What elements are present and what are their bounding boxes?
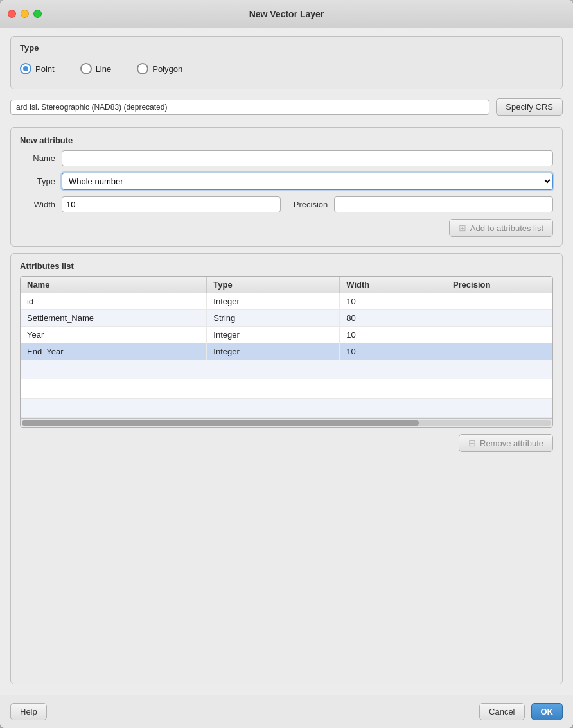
- cell-precision-1: [446, 310, 552, 327]
- table-row[interactable]: id Integer 10: [21, 293, 552, 310]
- new-attribute-section: New attribute Name Type Text data Whole …: [10, 127, 563, 247]
- cell-name-1: Settlement_Name: [21, 310, 207, 327]
- crs-text: ard Isl. Stereographic (NAD83) (deprecat…: [10, 100, 489, 115]
- col-header-type: Type: [207, 277, 340, 293]
- radio-point[interactable]: Point: [20, 63, 55, 74]
- remove-icon: ⊟: [468, 438, 476, 448]
- footer-right-buttons: Cancel OK: [479, 703, 563, 720]
- ok-button[interactable]: OK: [531, 703, 563, 720]
- cell-type-2: Integer: [207, 327, 340, 343]
- attributes-list-section: Attributes list Name Type Width Precisio…: [10, 253, 563, 684]
- radio-label-polygon: Polygon: [152, 64, 182, 74]
- col-header-precision: Precision: [446, 277, 552, 293]
- attributes-list-label: Attributes list: [20, 261, 553, 271]
- help-button[interactable]: Help: [10, 703, 47, 720]
- content-area: Type Point Line Polygon ard Isl. Ste: [0, 28, 573, 695]
- scrollbar[interactable]: [21, 418, 552, 427]
- name-row: Name: [20, 150, 553, 166]
- radio-label-point: Point: [35, 64, 55, 74]
- width-precision-row: Width Precision: [20, 196, 553, 212]
- cell-name-2: Year: [21, 327, 207, 343]
- add-to-list-button[interactable]: ⊞ Add to attributes list: [449, 219, 553, 237]
- cell-precision-0: [446, 293, 552, 310]
- main-window: New Vector Layer Type Point Line Polygon: [0, 0, 573, 728]
- scrollbar-thumb: [22, 420, 419, 426]
- type-row: Type Text data Whole number Decimal numb…: [20, 173, 553, 190]
- col-header-name: Name: [21, 277, 207, 293]
- add-to-list-label: Add to attributes list: [470, 223, 543, 233]
- close-button[interactable]: [8, 10, 16, 18]
- empty-row: [21, 360, 552, 379]
- radio-circle-point: [20, 63, 31, 74]
- cell-type-3: Integer: [207, 343, 340, 360]
- precision-input[interactable]: [334, 196, 553, 212]
- cell-precision-3: [446, 343, 552, 360]
- cell-width-3: 10: [340, 343, 446, 360]
- specify-crs-button[interactable]: Specify CRS: [496, 98, 563, 116]
- type-select[interactable]: Text data Whole number Decimal number Da…: [62, 173, 553, 190]
- table-header-row: Name Type Width Precision: [21, 277, 552, 293]
- empty-row: [21, 399, 552, 418]
- new-attribute-label: New attribute: [20, 135, 553, 145]
- name-input[interactable]: [62, 150, 553, 166]
- minimize-button[interactable]: [21, 10, 29, 18]
- type-section: Type Point Line Polygon: [10, 36, 563, 89]
- radio-circle-polygon: [137, 63, 148, 74]
- crs-row: ard Isl. Stereographic (NAD83) (deprecat…: [10, 96, 563, 121]
- table-row[interactable]: Settlement_Name String 80: [21, 310, 552, 327]
- radio-line[interactable]: Line: [80, 63, 112, 74]
- width-label: Width: [20, 200, 55, 209]
- maximize-button[interactable]: [33, 10, 42, 18]
- window-title: New Vector Layer: [249, 9, 324, 19]
- cell-width-2: 10: [340, 327, 446, 343]
- name-label: Name: [20, 153, 55, 163]
- table-row[interactable]: Year Integer 10: [21, 327, 552, 343]
- cell-name-3: End_Year: [21, 343, 207, 360]
- traffic-lights: [8, 10, 42, 18]
- cell-name-0: id: [21, 293, 207, 310]
- remove-attribute-button[interactable]: ⊟ Remove attribute: [459, 434, 553, 452]
- empty-row: [21, 379, 552, 399]
- col-header-width: Width: [340, 277, 446, 293]
- attr-type-label: Type: [20, 177, 55, 186]
- remove-attribute-label: Remove attribute: [480, 438, 543, 448]
- add-button-row: ⊞ Add to attributes list: [20, 219, 553, 237]
- attributes-table-container: Name Type Width Precision id Integer 10: [20, 276, 553, 428]
- table-row[interactable]: End_Year Integer 10: [21, 343, 552, 360]
- footer: Help Cancel OK: [0, 695, 573, 728]
- radio-circle-line: [80, 63, 92, 74]
- cell-width-0: 10: [340, 293, 446, 310]
- type-section-label: Type: [20, 43, 553, 53]
- attributes-table: Name Type Width Precision id Integer 10: [21, 277, 552, 418]
- cancel-button[interactable]: Cancel: [479, 703, 524, 720]
- precision-label: Precision: [294, 200, 328, 209]
- width-input[interactable]: [62, 196, 281, 212]
- remove-button-row: ⊟ Remove attribute: [20, 434, 553, 452]
- scrollbar-track: [22, 420, 551, 426]
- cell-type-1: String: [207, 310, 340, 327]
- add-list-icon: ⊞: [459, 223, 466, 233]
- type-options-row: Point Line Polygon: [20, 58, 553, 80]
- cell-precision-2: [446, 327, 552, 343]
- radio-label-line: Line: [96, 64, 112, 74]
- titlebar: New Vector Layer: [0, 0, 573, 28]
- cell-type-0: Integer: [207, 293, 340, 310]
- radio-polygon[interactable]: Polygon: [137, 63, 182, 74]
- cell-width-1: 80: [340, 310, 446, 327]
